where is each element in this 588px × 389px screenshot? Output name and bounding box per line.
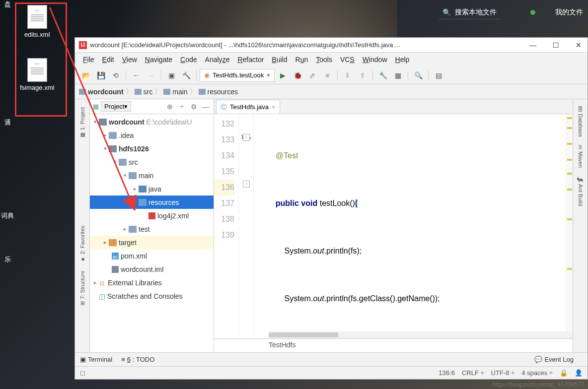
code-breadcrumb[interactable]: TestHdfs	[214, 338, 573, 352]
editor-tab-testhdfs[interactable]: Ⓒ TestHdfs.java ×	[216, 100, 280, 114]
desktop-side-labels: 盘 通 词典 乐	[1, 0, 14, 264]
inspection-icon[interactable]: 👤	[575, 369, 583, 377]
line-number-gutter: 132 133 134 135 136 137 138 139	[214, 114, 239, 338]
window-title: wordcount [E:\code\ideaIUProjects\wordco…	[90, 41, 400, 49]
left-tool-tabs: ▦1: Project ★2: Favorites ⊞7: Structure	[75, 99, 90, 352]
save-button[interactable]: 💾	[94, 68, 108, 82]
search-icon: 🔍	[442, 8, 451, 16]
code-editor[interactable]: 132 133 134 135 136 137 138 139 ↻▸ − − @…	[214, 114, 573, 338]
tree-hdfs1026: ▾hdfs1026	[90, 142, 214, 155]
titlebar[interactable]: IJ wordcount [E:\code\ideaIUProjects\wor…	[75, 38, 588, 53]
toggle-toolwindows-icon[interactable]: ◻	[80, 369, 85, 377]
tree-root: ▾wordcount E:\code\ideaIU	[90, 115, 214, 129]
tree-src: ▾src	[90, 155, 214, 169]
menu-code[interactable]: Code	[177, 55, 200, 65]
fold-gutter: − −	[239, 114, 254, 338]
todo-icon: ≡	[121, 356, 125, 363]
tab-project[interactable]: ▦1: Project	[78, 103, 86, 142]
run-button[interactable]: ▶	[276, 68, 290, 82]
tab-terminal[interactable]: ▣Terminal	[80, 356, 112, 363]
stop-button[interactable]: ■	[320, 68, 334, 82]
tab-ant[interactable]: 🐜Ant Build	[576, 172, 585, 210]
breadcrumb-item[interactable]: main	[172, 88, 187, 96]
breadcrumb-item[interactable]: src	[144, 88, 153, 96]
breadcrumb-item[interactable]: resources	[208, 88, 238, 96]
open-button[interactable]: 📂	[79, 68, 93, 82]
build-button[interactable]: ▣	[164, 68, 178, 82]
menu-vcs[interactable]: VCS	[337, 55, 358, 65]
menu-edit[interactable]: Edit	[99, 55, 117, 65]
minimize-button[interactable]: —	[528, 41, 538, 49]
tree-external-libs: ▸⫼ External Libraries	[90, 276, 214, 289]
debug-button[interactable]: 🐞	[291, 68, 304, 82]
collapse-button[interactable]: ÷	[177, 103, 187, 111]
menu-refactor[interactable]: Refactor	[234, 55, 267, 65]
vcs-commit-button[interactable]: ⬆	[356, 68, 369, 82]
tree-target: ▸target	[90, 236, 214, 249]
project-tree[interactable]: ▾wordcount E:\code\ideaIU ▸.idea ▾hdfs10…	[90, 114, 214, 352]
tab-maven[interactable]: mMaven	[577, 141, 585, 172]
menu-run[interactable]: Run	[293, 55, 311, 65]
close-button[interactable]: ✕	[574, 41, 584, 49]
event-log-button[interactable]: 💬Event Log	[534, 356, 574, 363]
lock-icon[interactable]: 🔒	[560, 369, 568, 377]
breadcrumb-item[interactable]: wordcount	[88, 88, 124, 96]
close-tab-icon[interactable]: ×	[272, 103, 276, 111]
settings-button[interactable]: 🔧	[376, 68, 390, 82]
menu-navigate[interactable]: Navigate	[142, 55, 175, 65]
status-bar: ◻ 136:6 CRLF ÷ UTF-8 ÷ 4 spaces ÷ 🔒 👤	[75, 366, 588, 379]
maximize-button[interactable]: ☐	[551, 41, 561, 49]
menu-window[interactable]: Window	[360, 55, 390, 65]
coverage-button[interactable]: ⬀	[305, 68, 319, 82]
junit-icon: ◉	[204, 71, 210, 79]
java-class-icon: Ⓒ	[220, 103, 227, 112]
fold-start-icon[interactable]: −	[243, 134, 250, 141]
tab-favorites[interactable]: ★2: Favorites	[78, 222, 86, 266]
cursor-position[interactable]: 136:6	[439, 369, 455, 377]
error-stripe[interactable]	[566, 114, 573, 338]
horizontal-scrollbar[interactable]	[269, 331, 573, 338]
file-encoding[interactable]: UTF-8 ÷	[491, 369, 515, 377]
tab-label: TestHdfs.java	[230, 103, 269, 111]
sync-button[interactable]: ⟲	[109, 68, 123, 82]
tree-java: ▸java	[90, 182, 214, 195]
annotation-red-box	[15, 2, 67, 117]
folder-icon	[79, 89, 86, 95]
side-label: 乐	[1, 255, 14, 264]
more-button[interactable]: ▤	[432, 68, 445, 82]
forward-button[interactable]: →	[144, 68, 158, 82]
menu-view[interactable]: View	[119, 55, 140, 65]
structure-button[interactable]: ▦	[391, 68, 405, 82]
tree-resources: ▾resources	[90, 195, 214, 209]
tab-structure[interactable]: ⊞7: Structure	[78, 267, 86, 310]
line-separator[interactable]: CRLF ÷	[462, 369, 484, 377]
vcs-update-button[interactable]: ⬇	[341, 68, 355, 82]
search-everywhere-button[interactable]: 🔍	[411, 68, 425, 82]
folder-icon	[135, 89, 142, 95]
project-view-selector[interactable]: Project▾	[101, 101, 131, 112]
bottom-tool-bar: ▣Terminal ≡6: TODO 💬Event Log	[75, 352, 588, 366]
hammer-button[interactable]: 🔨	[179, 68, 193, 82]
menu-help[interactable]: Help	[392, 55, 413, 65]
hide-button[interactable]: —	[201, 103, 211, 111]
ide-window: IJ wordcount [E:\code\ideaIUProjects\wor…	[74, 37, 588, 380]
back-button[interactable]: ←	[129, 68, 143, 82]
menu-build[interactable]: Build	[269, 55, 290, 65]
tree-main: ▾main	[90, 169, 214, 182]
menu-analyze[interactable]: Analyze	[202, 55, 233, 65]
editor-tabs: Ⓒ TestHdfs.java ×	[214, 99, 573, 114]
locate-button[interactable]: ⊕	[165, 103, 175, 111]
project-panel-header: ▦ Project▾ ⊕ ÷ ⚙ —	[90, 99, 214, 114]
scratch-icon: ◫	[99, 292, 105, 300]
menu-file[interactable]: File	[80, 55, 97, 65]
fold-end-icon[interactable]: −	[243, 181, 250, 188]
desktop-search[interactable]: 🔍 搜索本地文件	[439, 6, 501, 19]
settings-gear-icon[interactable]: ⚙	[189, 103, 199, 111]
tab-todo[interactable]: ≡6: TODO	[121, 356, 154, 363]
run-configuration-selector[interactable]: ◉ TestHdfs.testLook ▾	[200, 69, 275, 82]
tree-idea: ▸.idea	[90, 129, 214, 142]
tab-database[interactable]: 🗄Database	[577, 102, 585, 141]
menu-tools[interactable]: Tools	[313, 55, 335, 65]
my-files-link[interactable]: 我的文件	[555, 8, 583, 17]
indent-setting[interactable]: 4 spaces ÷	[521, 369, 553, 377]
